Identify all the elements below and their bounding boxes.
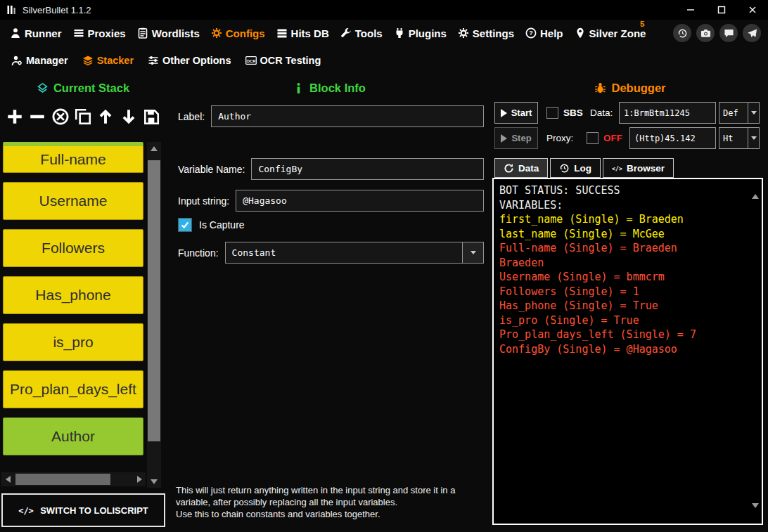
clone-button[interactable] [72,106,94,127]
proxy-type-dropdown[interactable]: Ht [719,127,760,149]
log-line: is_pro (Single) = True [499,313,748,328]
history-button[interactable] [673,24,691,42]
submenu-item-stacker[interactable]: Stacker [77,52,139,69]
configs-gear-icon [211,27,222,39]
block-info-header: Block Info [169,77,489,98]
menu-item-settings[interactable]: Settings [452,25,520,42]
log-line: VARIABLES: [499,198,748,213]
function-description-line: Use this to chain constants and variable… [176,509,488,521]
debugger-panel: Debugger Start Step SBS Data: Def Proxy:… [492,74,768,532]
debugger-log[interactable]: BOT STATUS: SUCCESSVARIABLES:first_name … [492,178,763,525]
block-label: is_pro [53,334,93,351]
block-label: Pro_plan_days_left [10,381,136,398]
menu-item-tools[interactable]: Tools [335,25,388,42]
block-label: Full-name [40,151,105,168]
menubar: RunnerProxiesWordlistsConfigsHits DBTool… [0,20,768,46]
scroll-right-arrow[interactable] [133,472,146,486]
stack-block-has-phone[interactable]: Has_phone [3,276,143,314]
move-down-button[interactable] [118,106,139,127]
debugger-header: Debugger [492,77,768,98]
stack-block-username[interactable]: Username [3,182,143,220]
code-icon: </> [18,505,34,516]
play-icon [501,109,507,117]
submenu: ManagerStackerOther OptionsOCROCR Testin… [0,46,768,74]
menu-item-label: Tools [355,27,383,39]
tab-data[interactable]: Data [494,158,548,178]
chat-button[interactable] [719,24,738,42]
block-list-vertical-scrollbar[interactable] [147,142,161,488]
variable-name-input[interactable] [251,158,484,180]
history-icon [677,28,688,39]
minimize-button[interactable] [675,0,706,20]
data-type-dropdown[interactable]: Def [719,102,760,124]
submenu-item-ocr-testing[interactable]: OCROCR Testing [240,52,327,69]
proxy-label: Proxy: [546,133,573,143]
clear-icon [51,108,70,126]
ocr-icon: OCR [245,55,257,66]
submenu-item-label: Stacker [97,55,134,66]
data-input[interactable] [619,102,716,124]
is-capture-row: Is Capture [178,218,245,232]
tab-log[interactable]: Log [550,158,601,178]
clear-button[interactable] [50,106,71,127]
menu-item-plugins[interactable]: Plugins [388,25,452,42]
switch-to-loliscript-button[interactable]: </> SWITCH TO LOLISCRIPT [1,493,165,527]
menu-item-wordlists[interactable]: Wordlists [132,25,205,42]
scroll-up-arrow[interactable] [147,142,161,155]
check-icon [180,220,190,230]
scroll-down-arrow[interactable] [147,475,161,488]
stack-block-pro-plan-days-left[interactable]: Pro_plan_days_left [3,370,143,408]
move-up-button[interactable] [95,106,116,127]
stacker-icon [82,55,94,66]
start-button[interactable]: Start [494,102,538,124]
label-input[interactable] [211,105,484,127]
tab-label: Data [518,163,539,174]
input-string-input[interactable] [236,190,484,212]
function-description: This will just return anything written i… [176,485,488,521]
menu-item-help[interactable]: ?Help [520,25,569,42]
block-list-horizontal-scrollbar[interactable] [1,472,146,486]
menu-item-hits-db[interactable]: Hits DB [271,25,335,42]
camera-button[interactable] [696,24,715,42]
menu-item-configs[interactable]: Configs [205,25,271,42]
is-capture-checkbox[interactable] [178,218,192,232]
stack-block-full-name[interactable]: Full-name [3,142,143,173]
maximize-button[interactable] [706,0,737,20]
menu-item-runner[interactable]: Runner [4,25,68,42]
stack-block-is-pro[interactable]: is_pro [3,323,143,361]
submenu-item-other-options[interactable]: Other Options [142,52,236,69]
stack-block-author[interactable]: Author [3,417,143,455]
vertical-scrollbar-thumb[interactable] [148,160,160,441]
save-button[interactable] [141,106,162,127]
plugins-icon [394,27,405,39]
chevron-down-icon[interactable] [748,103,759,123]
current-stack-title: Current Stack [53,82,129,95]
menu-item-silver-zone[interactable]: 5Silver Zone [569,25,652,42]
submenu-item-manager[interactable]: Manager [6,52,74,69]
chevron-down-icon[interactable] [462,242,483,263]
function-dropdown[interactable]: Constant [225,242,484,264]
log-scroll-down-arrow[interactable] [752,508,759,521]
close-button[interactable] [737,0,768,20]
tab-browser[interactable]: </>Browser [603,158,674,178]
stack-block-followers[interactable]: Followers [3,229,143,267]
proxy-input[interactable] [629,127,716,149]
add-button[interactable] [4,106,25,127]
app-icon [6,4,17,15]
log-history-icon [559,163,570,174]
other-options-icon [148,55,159,66]
menu-item-proxies[interactable]: Proxies [68,25,132,42]
step-button[interactable]: Step [494,127,538,149]
log-scroll-up-arrow[interactable] [752,182,759,195]
remove-button[interactable] [27,106,48,127]
scroll-left-arrow[interactable] [1,472,14,486]
sbs-checkbox[interactable] [546,107,558,119]
menu-item-label: Settings [473,27,514,39]
telegram-button[interactable] [743,24,761,42]
chevron-down-icon[interactable] [748,128,759,148]
horizontal-scrollbar-thumb[interactable] [15,474,110,485]
manager-icon [11,55,23,66]
proxy-checkbox[interactable] [587,132,599,144]
debugger-title: Debugger [611,82,665,95]
settings-gear-icon [458,27,469,39]
